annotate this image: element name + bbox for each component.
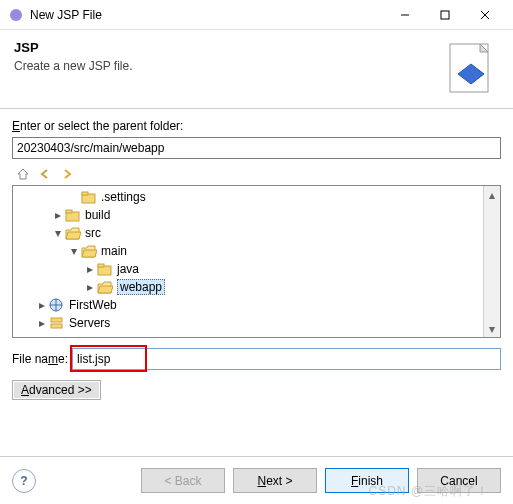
finish-button[interactable]: Finish bbox=[325, 468, 409, 493]
folder-open-icon bbox=[81, 243, 97, 259]
folder-open-icon bbox=[65, 225, 81, 241]
svg-marker-16 bbox=[82, 250, 97, 257]
svg-point-0 bbox=[10, 9, 22, 21]
advanced-button[interactable]: Advanced >> bbox=[12, 380, 101, 400]
wizard-title: JSP bbox=[14, 40, 443, 55]
window-icon bbox=[8, 7, 24, 23]
help-button[interactable]: ? bbox=[12, 469, 36, 493]
svg-rect-2 bbox=[441, 11, 449, 19]
tree-item[interactable]: ▸FirstWeb bbox=[13, 296, 500, 314]
scroll-down-icon[interactable]: ▾ bbox=[484, 320, 500, 337]
tree-twisty-icon[interactable]: ▾ bbox=[67, 244, 81, 258]
tree-twisty-icon[interactable]: ▸ bbox=[83, 262, 97, 276]
tree-item[interactable]: ▸Servers bbox=[13, 314, 500, 332]
svg-marker-8 bbox=[18, 169, 28, 179]
tree-item[interactable]: ▸webapp bbox=[13, 278, 500, 296]
tree-item-label: build bbox=[85, 208, 110, 222]
window-titlebar: New JSP File bbox=[0, 0, 513, 30]
tree-item[interactable]: .settings bbox=[13, 188, 500, 206]
tree-twisty-icon[interactable]: ▸ bbox=[83, 280, 97, 294]
folder-icon bbox=[81, 189, 97, 205]
home-icon[interactable] bbox=[14, 165, 32, 183]
cancel-button[interactable]: Cancel bbox=[417, 468, 501, 493]
folder-icon bbox=[65, 207, 81, 223]
tree-twisty-icon[interactable]: ▸ bbox=[35, 298, 49, 312]
wizard-footer: ? < Back Next > Finish Cancel bbox=[0, 456, 513, 504]
tree-twisty-icon[interactable]: ▾ bbox=[51, 226, 65, 240]
tree-item[interactable]: ▸java bbox=[13, 260, 500, 278]
tree-item-label: Servers bbox=[69, 316, 110, 330]
folder-icon bbox=[97, 261, 113, 277]
window-title: New JSP File bbox=[30, 8, 385, 22]
maximize-button[interactable] bbox=[425, 1, 465, 29]
svg-marker-14 bbox=[66, 232, 81, 239]
tree-twisty-icon[interactable]: ▸ bbox=[35, 316, 49, 330]
jsp-file-icon bbox=[443, 40, 499, 96]
servers-icon bbox=[49, 315, 65, 331]
svg-marker-20 bbox=[98, 286, 113, 293]
svg-rect-23 bbox=[51, 324, 62, 328]
tree-item-label: main bbox=[101, 244, 127, 258]
svg-rect-12 bbox=[66, 210, 72, 213]
file-name-label: File name: bbox=[12, 352, 68, 366]
scroll-up-icon[interactable]: ▴ bbox=[484, 186, 500, 203]
wizard-header: JSP Create a new JSP file. bbox=[0, 30, 513, 109]
tree-item-label: FirstWeb bbox=[69, 298, 117, 312]
minimize-button[interactable] bbox=[385, 1, 425, 29]
svg-rect-10 bbox=[82, 192, 88, 195]
tree-item-label: src bbox=[85, 226, 101, 240]
parent-folder-input[interactable] bbox=[12, 137, 501, 159]
tree-item[interactable]: ▸build bbox=[13, 206, 500, 224]
back-arrow-icon[interactable] bbox=[36, 165, 54, 183]
back-button: < Back bbox=[141, 468, 225, 493]
file-name-input[interactable] bbox=[72, 348, 501, 370]
tree-scrollbar[interactable]: ▴ ▾ bbox=[483, 186, 500, 337]
tree-twisty-icon[interactable]: ▸ bbox=[51, 208, 65, 222]
next-button[interactable]: Next > bbox=[233, 468, 317, 493]
forward-arrow-icon[interactable] bbox=[58, 165, 76, 183]
tree-item[interactable]: ▾src bbox=[13, 224, 500, 242]
folder-open-icon bbox=[97, 279, 113, 295]
svg-rect-22 bbox=[51, 318, 62, 322]
web-project-icon bbox=[49, 297, 65, 313]
tree-item[interactable]: ▾main bbox=[13, 242, 500, 260]
tree-toolbar bbox=[12, 163, 501, 185]
tree-item-label: webapp bbox=[117, 279, 165, 295]
close-button[interactable] bbox=[465, 1, 505, 29]
parent-folder-label: Enter or select the parent folder: bbox=[12, 119, 501, 133]
tree-item-label: .settings bbox=[101, 190, 146, 204]
folder-tree[interactable]: .settings▸build▾src▾main▸java▸webapp▸Fir… bbox=[12, 185, 501, 338]
svg-rect-18 bbox=[98, 264, 104, 267]
tree-item-label: java bbox=[117, 262, 139, 276]
wizard-subtitle: Create a new JSP file. bbox=[14, 59, 443, 73]
